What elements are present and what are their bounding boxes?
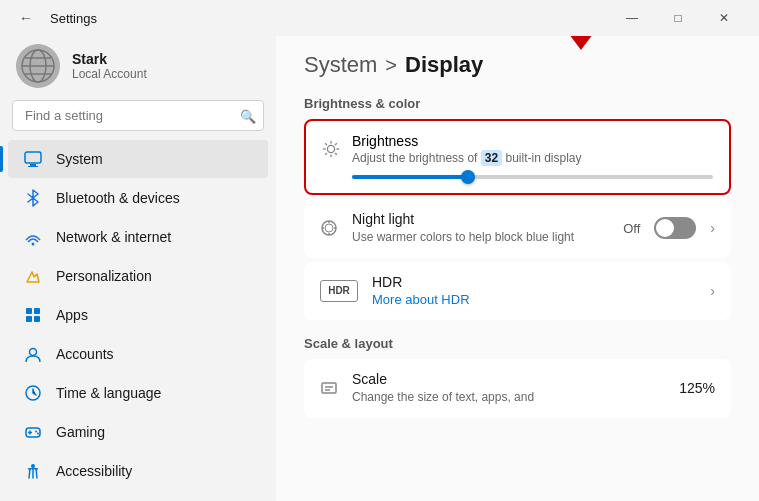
night-light-desc: Use warmer colors to help block blue lig…	[352, 229, 609, 246]
accessibility-label: Accessibility	[56, 463, 132, 479]
maximize-button[interactable]: □	[655, 2, 701, 34]
red-arrow	[551, 36, 611, 50]
avatar	[16, 44, 60, 88]
svg-point-21	[31, 464, 35, 468]
brightness-info: Brightness Adjust the brightness of 32 b…	[352, 133, 713, 165]
scale-icon	[320, 379, 338, 397]
brightness-desc-suffix: built-in display	[505, 151, 581, 165]
content-area: System > Display Brightness & color	[276, 36, 759, 501]
night-light-card: Night light Use warmer colors to help bl…	[304, 199, 731, 258]
brightness-card: Brightness Adjust the brightness of 32 b…	[304, 119, 731, 195]
sidebar: Stark Local Account 🔍 System Bluetooth &…	[0, 36, 276, 501]
sun-icon	[322, 140, 340, 158]
hdr-badge: HDR	[320, 280, 358, 302]
scale-info: Scale Change the size of text, apps, and	[352, 371, 665, 406]
main-layout: Stark Local Account 🔍 System Bluetooth &…	[0, 36, 759, 501]
page-header: System > Display	[304, 52, 731, 78]
window-controls: — □ ✕	[609, 2, 747, 34]
svg-point-34	[325, 224, 333, 232]
svg-rect-6	[25, 152, 41, 163]
night-light-info: Night light Use warmer colors to help bl…	[352, 211, 609, 246]
apps-icon	[24, 306, 42, 324]
hdr-link[interactable]: More about HDR	[372, 292, 470, 307]
minimize-button[interactable]: —	[609, 2, 655, 34]
scale-section: Scale & layout Scale Change the size of …	[304, 336, 731, 418]
slider-thumb	[461, 170, 475, 184]
svg-point-9	[32, 243, 35, 246]
sidebar-item-time[interactable]: Time & language	[8, 374, 268, 412]
network-icon	[24, 228, 42, 246]
search-box: 🔍	[12, 100, 264, 131]
back-icon: ←	[19, 10, 33, 26]
svg-rect-39	[322, 383, 336, 393]
sidebar-item-network[interactable]: Network & internet	[8, 218, 268, 256]
scale-value: 125%	[679, 380, 715, 396]
sidebar-item-gaming[interactable]: Gaming	[8, 413, 268, 451]
apps-label: Apps	[56, 307, 88, 323]
page-header-wrapper: System > Display	[304, 52, 731, 78]
bluetooth-label: Bluetooth & devices	[56, 190, 180, 206]
svg-point-14	[30, 349, 37, 356]
brightness-slider[interactable]	[352, 175, 713, 179]
scale-title: Scale	[352, 371, 665, 387]
slider-fill	[352, 175, 468, 179]
svg-rect-10	[26, 308, 32, 314]
title-bar-left: ← Settings	[12, 4, 97, 32]
sidebar-item-bluetooth[interactable]: Bluetooth & devices	[8, 179, 268, 217]
search-input[interactable]	[12, 100, 264, 131]
night-light-chevron: ›	[710, 220, 715, 236]
hdr-chevron: ›	[710, 283, 715, 299]
brightness-title: Brightness	[352, 133, 713, 149]
breadcrumb-chevron: >	[385, 54, 397, 77]
brightness-desc-prefix: Adjust the brightness of	[352, 151, 481, 165]
svg-point-24	[327, 145, 334, 152]
sidebar-item-accounts[interactable]: Accounts	[8, 335, 268, 373]
network-label: Network & internet	[56, 229, 171, 245]
hdr-info: HDR More about HDR	[372, 274, 696, 308]
nav-list: System Bluetooth & devices Network & int…	[0, 139, 276, 493]
svg-marker-23	[566, 36, 596, 50]
brightness-color-label: Brightness & color	[304, 96, 731, 111]
personalization-label: Personalization	[56, 268, 152, 284]
back-button[interactable]: ←	[12, 4, 40, 32]
svg-line-31	[335, 143, 337, 145]
sidebar-item-apps[interactable]: Apps	[8, 296, 268, 334]
bluetooth-icon	[24, 189, 42, 207]
svg-rect-13	[34, 316, 40, 322]
brightness-desc: Adjust the brightness of 32 built-in dis…	[352, 151, 713, 165]
brightness-top: Brightness Adjust the brightness of 32 b…	[322, 133, 713, 165]
system-label: System	[56, 151, 103, 167]
title-bar: ← Settings — □ ✕	[0, 0, 759, 36]
close-button[interactable]: ✕	[701, 2, 747, 34]
personalization-icon	[24, 267, 42, 285]
hdr-title: HDR	[372, 274, 696, 290]
svg-rect-11	[34, 308, 40, 314]
brightness-slider-row	[322, 175, 713, 179]
svg-line-29	[325, 143, 327, 145]
accessibility-icon	[24, 462, 42, 480]
user-name: Stark	[72, 51, 147, 67]
scale-card: Scale Change the size of text, apps, and…	[304, 359, 731, 418]
sidebar-item-personalization[interactable]: Personalization	[8, 257, 268, 295]
sidebar-item-accessibility[interactable]: Accessibility	[8, 452, 268, 490]
svg-line-30	[335, 153, 337, 155]
night-light-status: Off	[623, 221, 640, 236]
user-section: Stark Local Account	[0, 36, 276, 100]
svg-point-33	[322, 221, 336, 235]
user-info: Stark Local Account	[72, 51, 147, 81]
hdr-card: HDR HDR More about HDR ›	[304, 262, 731, 320]
time-label: Time & language	[56, 385, 161, 401]
accounts-label: Accounts	[56, 346, 114, 362]
night-light-toggle[interactable]	[654, 217, 696, 239]
sidebar-item-system[interactable]: System	[8, 140, 268, 178]
breadcrumb-current: Display	[405, 52, 483, 78]
accounts-icon	[24, 345, 42, 363]
svg-point-19	[35, 431, 37, 433]
svg-point-20	[37, 433, 39, 435]
user-type: Local Account	[72, 67, 147, 81]
system-icon	[24, 150, 42, 168]
night-light-icon	[320, 219, 338, 237]
breadcrumb-parent: System	[304, 52, 377, 78]
time-icon	[24, 384, 42, 402]
svg-rect-12	[26, 316, 32, 322]
